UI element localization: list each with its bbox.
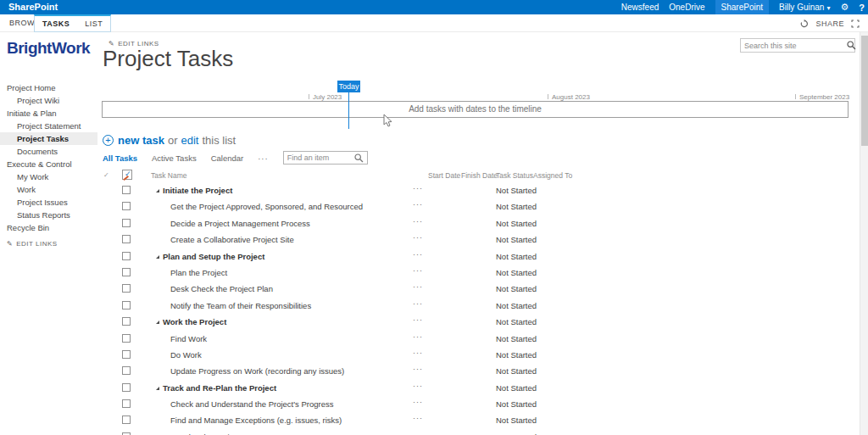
row-checkbox[interactable] [122, 301, 131, 310]
sidebar-item-documents[interactable]: Documents [0, 145, 97, 158]
table-row[interactable]: Create a Collaborative Project Site···No… [0, 231, 856, 248]
search-icon[interactable] [354, 153, 364, 163]
task-menu-ellipsis[interactable]: ··· [413, 414, 423, 422]
sidebar-item-initiate-plan[interactable]: Initiate & Plan [0, 107, 97, 120]
task-menu-ellipsis[interactable]: ··· [413, 332, 423, 341]
task-menu-ellipsis[interactable]: ··· [413, 431, 423, 435]
collapse-triangle-icon[interactable] [156, 255, 159, 259]
column-header-assigned-to[interactable]: Assigned To [533, 171, 572, 180]
column-header-start-date[interactable]: Start Date [428, 171, 460, 180]
task-menu-ellipsis[interactable]: ··· [413, 315, 423, 324]
table-row[interactable]: Find and Manage Exceptions (e.g. issues,… [0, 412, 856, 428]
task-menu-ellipsis[interactable]: ··· [413, 349, 423, 357]
row-checkbox[interactable] [122, 186, 131, 194]
task-menu-ellipsis[interactable]: ··· [413, 217, 423, 226]
row-checkbox[interactable] [122, 334, 131, 343]
edit-list-link[interactable]: edit [181, 134, 198, 147]
table-row[interactable]: Update Progress on Work (recording any i… [0, 363, 856, 379]
task-name-link[interactable]: Plan the Project [170, 268, 227, 277]
task-name-link[interactable]: Track and Re-Plan the Project [163, 383, 276, 393]
table-row[interactable]: Plan and Setup the Project···Not Started [0, 248, 856, 265]
task-name-link[interactable]: Desk Check the Project Plan [170, 284, 273, 293]
collapse-triangle-icon[interactable] [156, 387, 159, 390]
task-name-link[interactable]: Check and Understand the Project's Progr… [170, 399, 333, 409]
task-menu-ellipsis[interactable]: ··· [413, 365, 423, 373]
row-checkbox[interactable] [122, 284, 131, 293]
vertical-scrollbar[interactable] [860, 32, 868, 435]
focus-mode-icon[interactable] [851, 20, 860, 28]
row-checkbox[interactable] [122, 415, 131, 424]
task-name-link[interactable]: Do Work [170, 350, 202, 360]
user-menu[interactable]: Billy Guinan▾ [779, 3, 830, 12]
task-name-link[interactable]: Plan and Setup the Project [163, 252, 264, 261]
row-checkbox[interactable] [122, 350, 131, 359]
site-search-input[interactable] [741, 42, 847, 50]
new-task-link[interactable]: new task [118, 134, 164, 147]
row-checkbox[interactable] [122, 202, 131, 210]
view-tab-active-tasks[interactable]: Active Tasks [152, 153, 197, 163]
sidebar-item-project-home[interactable]: Project Home [0, 81, 97, 94]
task-menu-ellipsis[interactable]: ··· [413, 299, 423, 308]
table-row[interactable]: Notify the Team of their Responsibilitie… [0, 298, 856, 314]
table-row[interactable]: Track and Re-Plan the Project···Not Star… [0, 380, 856, 396]
suite-link-sharepoint[interactable]: SharePoint [715, 0, 769, 14]
task-menu-ellipsis[interactable]: ··· [413, 184, 423, 192]
row-checkbox[interactable] [122, 317, 131, 326]
table-row[interactable]: Re-Plan the Project···Not Started [0, 429, 856, 435]
task-menu-ellipsis[interactable]: ··· [413, 382, 423, 390]
row-checkbox[interactable] [122, 399, 131, 408]
sidebar-item-execute-control[interactable]: Execute & Control [0, 158, 97, 170]
row-checkbox[interactable] [122, 366, 131, 375]
row-checkbox[interactable] [122, 383, 131, 392]
task-name-link[interactable]: Decide a Project Management Process [170, 219, 310, 228]
task-menu-ellipsis[interactable]: ··· [413, 398, 423, 406]
row-checkbox[interactable] [122, 219, 131, 227]
task-name-link[interactable]: Initiate the Project [163, 186, 232, 195]
row-checkbox[interactable] [122, 268, 131, 276]
search-icon[interactable] [847, 41, 856, 50]
sidebar-item-project-tasks[interactable]: Project Tasks [0, 132, 97, 145]
task-name-link[interactable]: Create a Collaborative Project Site [170, 235, 294, 244]
task-menu-ellipsis[interactable]: ··· [413, 200, 423, 209]
task-menu-ellipsis[interactable]: ··· [413, 282, 423, 291]
select-all-icon[interactable] [122, 170, 132, 180]
task-name-link[interactable]: Notify the Team of their Responsibilitie… [170, 301, 311, 310]
table-row[interactable]: Find Work···Not Started [0, 331, 856, 347]
suite-link-onedrive[interactable]: OneDrive [669, 0, 704, 14]
tab-tasks[interactable]: TASKS [35, 16, 77, 31]
task-name-link[interactable]: Update Progress on Work (recording any i… [170, 366, 344, 376]
views-more-ellipsis[interactable]: ··· [258, 153, 269, 163]
task-menu-ellipsis[interactable]: ··· [413, 233, 423, 242]
collapse-triangle-icon[interactable] [156, 321, 159, 324]
task-name-link[interactable]: Work the Project [163, 317, 226, 326]
help-icon[interactable]: ? [859, 3, 865, 13]
table-row[interactable]: Decide a Project Management Process···No… [0, 215, 856, 231]
table-row[interactable]: Check and Understand the Project's Progr… [0, 396, 856, 412]
task-menu-ellipsis[interactable]: ··· [413, 266, 423, 275]
table-row[interactable]: Do Work···Not Started [0, 347, 856, 363]
column-header-finish-date[interactable]: Finish Date [461, 171, 498, 180]
plus-circle-icon[interactable]: + [103, 135, 114, 146]
timeline[interactable]: July 2023August 2023September 2023 Add t… [102, 101, 849, 118]
task-menu-ellipsis[interactable]: ··· [413, 250, 423, 259]
row-checkbox[interactable] [122, 252, 131, 260]
gear-icon[interactable]: ⚙ [840, 0, 849, 14]
tab-list[interactable]: LIST [77, 16, 110, 31]
brightwork-logo[interactable]: BrightWork [7, 39, 90, 58]
share-button[interactable]: SHARE [815, 20, 844, 28]
view-tab-calendar[interactable]: Calendar [211, 153, 244, 163]
suite-link-newsfeed[interactable]: Newsfeed [621, 0, 659, 14]
collapse-triangle-icon[interactable] [156, 189, 159, 192]
table-row[interactable]: Initiate the Project···Not Started [0, 182, 856, 198]
find-item-input[interactable] [284, 153, 354, 162]
task-name-link[interactable]: Find and Manage Exceptions (e.g. issues,… [170, 415, 342, 425]
table-row[interactable]: Plan the Project···Not Started [0, 265, 856, 281]
column-header-task-status[interactable]: Task Status [496, 171, 533, 180]
scrollbar-thumb[interactable] [861, 36, 868, 146]
table-row[interactable]: Desk Check the Project Plan···Not Starte… [0, 281, 856, 297]
table-row[interactable]: Work the Project···Not Started [0, 314, 856, 330]
view-tab-all-tasks[interactable]: All Tasks [103, 153, 137, 163]
task-name-link[interactable]: Find Work [170, 334, 207, 343]
task-name-link[interactable]: Get the Project Approved, Sponsored, and… [170, 202, 363, 211]
row-checkbox[interactable] [122, 235, 131, 243]
